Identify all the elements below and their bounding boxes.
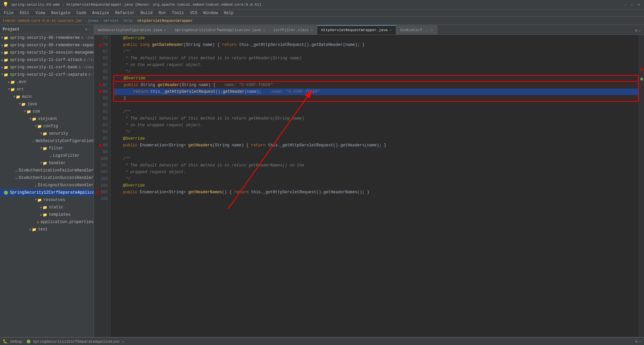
tab-close-icon[interactable]: ✕ [311, 28, 313, 32]
tree-item-11a[interactable]: ▶ 📁 spring-security-11-csrf-attack E:\Id… [0, 56, 94, 64]
code-line-99 [113, 149, 639, 155]
menu-view[interactable]: View [33, 10, 48, 16]
code-line-87: public String getHeader(String name) { n… [113, 82, 639, 88]
breadcrumb-javax[interactable]: javax [87, 19, 98, 23]
line-num-99: 99 [95, 149, 108, 155]
line-num-84: 84 [95, 62, 108, 68]
maximize-btn[interactable]: ☐ [630, 2, 635, 7]
debug-session-label: SpringSecurity12CsrfSeparateApplication [33, 340, 119, 344]
tree-item-java[interactable]: ▼ 📁 java [0, 100, 94, 108]
tree-item-success[interactable]: ▶ ☕ DivAuthenticationSuccessHandler [0, 174, 94, 182]
tree-item-main[interactable]: ▼ 📁 main [0, 93, 94, 100]
close-btn[interactable]: ✕ [637, 2, 641, 7]
breadcrumb-jar[interactable]: tomcat-embed-core-9.0.41-sources.jar [3, 19, 83, 23]
tree-item-src[interactable]: ▼ 📁 src [0, 86, 94, 93]
line-num-96: 96 [95, 142, 108, 149]
debug-close-icon[interactable]: — [639, 339, 641, 344]
menu-refactor[interactable]: Refactor [112, 10, 137, 16]
tree-item-failure[interactable]: ▶ ☕ DivAuthenticationFailureHandler [0, 167, 94, 174]
tree-item-templates[interactable]: ▶ 📁 templates [0, 211, 94, 218]
menu-help[interactable]: Help [221, 10, 236, 16]
line-num-89: 89 [95, 95, 108, 102]
tab-csrffilter[interactable]: CsrfFilter.class ✕ [269, 25, 317, 34]
tab-webapplication[interactable]: SpringSecurity12CsrfWebApplication.java … [170, 25, 269, 34]
tree-item-logout[interactable]: ▶ ☕ DivLogoutSuccessHandler [0, 182, 94, 189]
breadcrumb-class[interactable]: HttpServletRequestWrapper [138, 19, 193, 23]
app-icon: 💡 [3, 2, 8, 7]
tree-item-appprops[interactable]: ▶ ⚙ application.properties [0, 218, 94, 226]
tree-item-com[interactable]: ▼ 📁 com [0, 108, 94, 115]
sidebar-gear-icon[interactable]: ⚙ [85, 27, 88, 31]
code-lines[interactable]: @Override public long getDateHeader(Stri… [111, 35, 639, 337]
tree-item-09[interactable]: ▶ 📁 spring-security-09-rememberme-separa… [0, 42, 94, 49]
tab-httpservlet[interactable]: HttpServletRequestWrapper.java ✕ [317, 25, 396, 34]
tree-item-12[interactable]: ▼ 📁 spring-security-12-csrf-separate E:\… [0, 71, 94, 78]
tab-cookiecsrf[interactable]: CookieCsrf... ✕ [396, 25, 437, 34]
line-num-100: 100 [95, 155, 108, 162]
line-num-105: 105 [95, 189, 108, 196]
code-line-85: */ [113, 68, 639, 75]
code-line-88: return this._getHttpServletRequest().get… [113, 88, 639, 95]
tab-websecurity[interactable]: WebSecurityConfiguration.java ✕ [94, 25, 170, 34]
breadcrumb-servlet[interactable]: servlet [103, 19, 119, 23]
tree-item-vinjcent[interactable]: ▼ 📁 vinjcent [0, 115, 94, 123]
line-num-95: 95 [95, 135, 108, 142]
tab-close-icon[interactable]: ✕ [390, 28, 392, 32]
code-line-77: @Override [113, 35, 639, 42]
tree-item-08[interactable]: ▼ 📁 spring-security-08-rememberme E:\Ide… [0, 34, 94, 42]
tree-item-app[interactable]: ▶ 🟢 SpringSecurity12CsrfSeparateApplicat… [0, 189, 94, 196]
line-numbers: 77 78 82 83 84 85 86 87 88 89 90 91 92 9… [94, 35, 111, 337]
tree-item-10[interactable]: ▶ 📁 spring-security-10-session-managemen… [0, 49, 94, 56]
sidebar: Project ⚙ — ▼ 📁 spring-security-08-remem… [0, 25, 94, 337]
tree-item-filter[interactable]: ▼ 📁 filter [0, 145, 94, 152]
code-editor[interactable]: 77 78 82 83 84 85 86 87 88 89 90 91 92 9… [94, 35, 644, 337]
menu-analyze[interactable]: Analyze [90, 10, 112, 16]
menu-tools[interactable]: Tools [169, 10, 187, 16]
sidebar-minimize-icon[interactable]: — [89, 27, 91, 31]
tree-item-static[interactable]: ▶ 📁 static [0, 204, 94, 211]
tab-label: SpringSecurity12CsrfWebApplication.java [174, 28, 261, 32]
code-line-89: } [113, 95, 639, 102]
tab-close-icon[interactable]: ✕ [431, 28, 433, 32]
tab-label: HttpServletRequestWrapper.java [321, 28, 388, 32]
minimize-btn[interactable]: — [623, 2, 628, 7]
debug-session-close[interactable]: ✕ [122, 340, 124, 344]
tab-close-icon[interactable]: ✕ [164, 28, 166, 32]
line-num-94: 94 [95, 129, 108, 135]
tab-close-icon[interactable]: ✕ [263, 28, 265, 32]
tree-item-config[interactable]: ▼ 📁 config [0, 123, 94, 130]
menu-edit[interactable]: Edit [17, 10, 32, 16]
menu-navigate[interactable]: Navigate [48, 10, 73, 16]
breadcrumb: tomcat-embed-core-9.0.41-sources.jar › j… [0, 17, 644, 25]
tree-item-mvn[interactable]: ▶ 📁 .mvn [0, 78, 94, 86]
breadcrumb-http[interactable]: http [124, 19, 132, 23]
tree-item-webconfig[interactable]: ▶ ☕ WebSecurityConfiguration [0, 137, 94, 145]
menu-vcs[interactable]: VCS [187, 10, 200, 16]
code-line-103: */ [113, 176, 639, 182]
menu-file[interactable]: File [1, 10, 16, 16]
debug-gear-icon[interactable]: ⚙ [635, 339, 638, 344]
code-line-108 [113, 196, 639, 202]
bottom-panel: 🐛 Debug: 🟢 SpringSecurity12CsrfSeparateA… [0, 337, 644, 345]
right-gutter [639, 35, 644, 337]
tree-item-loginfilter[interactable]: ▶ ☕ LoginFilter [0, 152, 94, 159]
code-line-83: * The default behavior of this method is… [113, 55, 639, 62]
line-num-91: 91 [95, 109, 108, 115]
title-text: spring-security-03-web - HttpServletRequ… [11, 3, 261, 7]
menu-build[interactable]: Build [138, 10, 155, 16]
code-line-94: */ [113, 129, 639, 135]
menu-code[interactable]: Code [74, 10, 89, 16]
tree-item-11b[interactable]: ▶ 📁 spring-security-11-csrf-bank E:\Idea… [0, 64, 94, 71]
editor-settings-icon[interactable]: ⊟ [635, 28, 638, 33]
tree-item-handler[interactable]: ▼ 📁 handler [0, 159, 94, 167]
line-num-90: 90 [95, 102, 108, 109]
menu-run[interactable]: Run [156, 10, 169, 16]
tree-item-test[interactable]: ▶ 📁 test [0, 226, 94, 233]
line-num-78: 78 [95, 42, 108, 48]
tree-item-resources[interactable]: ▼ 📁 resources [0, 196, 94, 204]
tree-item-security[interactable]: ▼ 📁 security [0, 130, 94, 137]
menu-window[interactable]: Window [201, 10, 220, 16]
line-num-83: 83 [95, 55, 108, 62]
line-num-108: 108 [95, 196, 108, 202]
line-num-82: 82 [95, 48, 108, 55]
